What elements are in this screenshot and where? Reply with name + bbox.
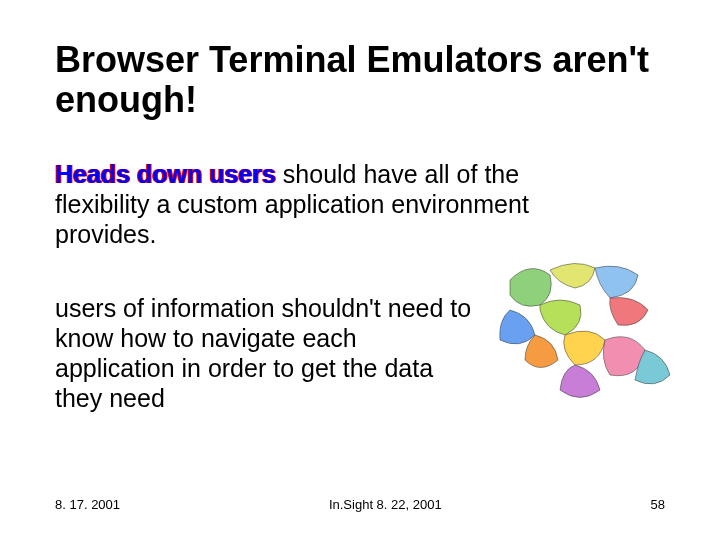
slide-footer: 8. 17. 2001 In.Sight 8. 22, 2001 58: [55, 497, 665, 512]
footer-center: In.Sight 8. 22, 2001: [329, 497, 442, 512]
footer-date-left: 8. 17. 2001: [55, 497, 120, 512]
slide-title: Browser Terminal Emulators aren't enough…: [55, 40, 665, 119]
slide: Browser Terminal Emulators aren't enough…: [0, 0, 720, 540]
paragraph-2: users of information shouldn't need to k…: [55, 293, 475, 413]
paragraph-1: Heads down users should have all of the …: [55, 159, 615, 249]
emphasis-text: Heads down users: [55, 160, 276, 188]
footer-page-number: 58: [651, 497, 665, 512]
europe-map-icon: [480, 250, 680, 420]
